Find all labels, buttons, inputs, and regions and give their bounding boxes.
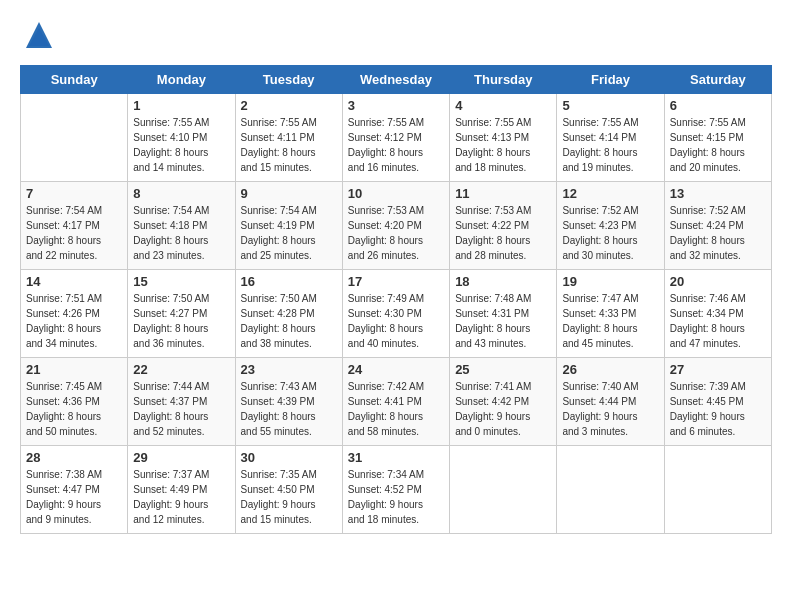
- day-number: 2: [241, 98, 337, 113]
- calendar-cell: 5Sunrise: 7:55 AMSunset: 4:14 PMDaylight…: [557, 94, 664, 182]
- day-header-wednesday: Wednesday: [342, 66, 449, 94]
- calendar-cell: 21Sunrise: 7:45 AMSunset: 4:36 PMDayligh…: [21, 358, 128, 446]
- day-info: Sunrise: 7:34 AMSunset: 4:52 PMDaylight:…: [348, 467, 444, 527]
- calendar-cell: [21, 94, 128, 182]
- day-number: 1: [133, 98, 229, 113]
- calendar-cell: 31Sunrise: 7:34 AMSunset: 4:52 PMDayligh…: [342, 446, 449, 534]
- day-info: Sunrise: 7:52 AMSunset: 4:24 PMDaylight:…: [670, 203, 766, 263]
- day-info: Sunrise: 7:46 AMSunset: 4:34 PMDaylight:…: [670, 291, 766, 351]
- calendar-cell: 12Sunrise: 7:52 AMSunset: 4:23 PMDayligh…: [557, 182, 664, 270]
- day-header-thursday: Thursday: [450, 66, 557, 94]
- day-info: Sunrise: 7:39 AMSunset: 4:45 PMDaylight:…: [670, 379, 766, 439]
- calendar-cell: [450, 446, 557, 534]
- day-header-monday: Monday: [128, 66, 235, 94]
- day-number: 6: [670, 98, 766, 113]
- day-info: Sunrise: 7:55 AMSunset: 4:12 PMDaylight:…: [348, 115, 444, 175]
- day-number: 3: [348, 98, 444, 113]
- day-number: 29: [133, 450, 229, 465]
- calendar-cell: 11Sunrise: 7:53 AMSunset: 4:22 PMDayligh…: [450, 182, 557, 270]
- day-info: Sunrise: 7:54 AMSunset: 4:18 PMDaylight:…: [133, 203, 229, 263]
- day-info: Sunrise: 7:50 AMSunset: 4:28 PMDaylight:…: [241, 291, 337, 351]
- day-number: 25: [455, 362, 551, 377]
- calendar-cell: 17Sunrise: 7:49 AMSunset: 4:30 PMDayligh…: [342, 270, 449, 358]
- day-number: 11: [455, 186, 551, 201]
- calendar-table: SundayMondayTuesdayWednesdayThursdayFrid…: [20, 65, 772, 534]
- day-info: Sunrise: 7:45 AMSunset: 4:36 PMDaylight:…: [26, 379, 122, 439]
- logo-icon: [24, 20, 54, 50]
- day-header-saturday: Saturday: [664, 66, 771, 94]
- calendar-cell: [664, 446, 771, 534]
- day-number: 18: [455, 274, 551, 289]
- calendar-cell: 29Sunrise: 7:37 AMSunset: 4:49 PMDayligh…: [128, 446, 235, 534]
- day-number: 17: [348, 274, 444, 289]
- calendar-cell: 2Sunrise: 7:55 AMSunset: 4:11 PMDaylight…: [235, 94, 342, 182]
- calendar-cell: 26Sunrise: 7:40 AMSunset: 4:44 PMDayligh…: [557, 358, 664, 446]
- day-info: Sunrise: 7:55 AMSunset: 4:13 PMDaylight:…: [455, 115, 551, 175]
- day-number: 14: [26, 274, 122, 289]
- calendar-cell: 23Sunrise: 7:43 AMSunset: 4:39 PMDayligh…: [235, 358, 342, 446]
- calendar-cell: 16Sunrise: 7:50 AMSunset: 4:28 PMDayligh…: [235, 270, 342, 358]
- day-number: 26: [562, 362, 658, 377]
- day-info: Sunrise: 7:47 AMSunset: 4:33 PMDaylight:…: [562, 291, 658, 351]
- day-info: Sunrise: 7:43 AMSunset: 4:39 PMDaylight:…: [241, 379, 337, 439]
- calendar-cell: 30Sunrise: 7:35 AMSunset: 4:50 PMDayligh…: [235, 446, 342, 534]
- day-info: Sunrise: 7:53 AMSunset: 4:20 PMDaylight:…: [348, 203, 444, 263]
- calendar-cell: 20Sunrise: 7:46 AMSunset: 4:34 PMDayligh…: [664, 270, 771, 358]
- day-number: 7: [26, 186, 122, 201]
- day-number: 27: [670, 362, 766, 377]
- day-info: Sunrise: 7:50 AMSunset: 4:27 PMDaylight:…: [133, 291, 229, 351]
- day-number: 15: [133, 274, 229, 289]
- day-number: 22: [133, 362, 229, 377]
- calendar-cell: 18Sunrise: 7:48 AMSunset: 4:31 PMDayligh…: [450, 270, 557, 358]
- calendar-cell: 15Sunrise: 7:50 AMSunset: 4:27 PMDayligh…: [128, 270, 235, 358]
- calendar-cell: 10Sunrise: 7:53 AMSunset: 4:20 PMDayligh…: [342, 182, 449, 270]
- day-number: 30: [241, 450, 337, 465]
- day-info: Sunrise: 7:55 AMSunset: 4:15 PMDaylight:…: [670, 115, 766, 175]
- day-number: 21: [26, 362, 122, 377]
- calendar-cell: 9Sunrise: 7:54 AMSunset: 4:19 PMDaylight…: [235, 182, 342, 270]
- calendar-cell: 28Sunrise: 7:38 AMSunset: 4:47 PMDayligh…: [21, 446, 128, 534]
- day-number: 16: [241, 274, 337, 289]
- day-info: Sunrise: 7:48 AMSunset: 4:31 PMDaylight:…: [455, 291, 551, 351]
- day-info: Sunrise: 7:55 AMSunset: 4:11 PMDaylight:…: [241, 115, 337, 175]
- logo: [20, 20, 54, 55]
- day-info: Sunrise: 7:49 AMSunset: 4:30 PMDaylight:…: [348, 291, 444, 351]
- day-number: 13: [670, 186, 766, 201]
- day-info: Sunrise: 7:54 AMSunset: 4:19 PMDaylight:…: [241, 203, 337, 263]
- day-info: Sunrise: 7:52 AMSunset: 4:23 PMDaylight:…: [562, 203, 658, 263]
- day-number: 20: [670, 274, 766, 289]
- day-number: 5: [562, 98, 658, 113]
- day-info: Sunrise: 7:51 AMSunset: 4:26 PMDaylight:…: [26, 291, 122, 351]
- day-number: 24: [348, 362, 444, 377]
- day-info: Sunrise: 7:40 AMSunset: 4:44 PMDaylight:…: [562, 379, 658, 439]
- day-number: 31: [348, 450, 444, 465]
- calendar-cell: 13Sunrise: 7:52 AMSunset: 4:24 PMDayligh…: [664, 182, 771, 270]
- calendar-cell: 24Sunrise: 7:42 AMSunset: 4:41 PMDayligh…: [342, 358, 449, 446]
- day-header-tuesday: Tuesday: [235, 66, 342, 94]
- day-number: 23: [241, 362, 337, 377]
- day-info: Sunrise: 7:41 AMSunset: 4:42 PMDaylight:…: [455, 379, 551, 439]
- day-header-sunday: Sunday: [21, 66, 128, 94]
- calendar-cell: 25Sunrise: 7:41 AMSunset: 4:42 PMDayligh…: [450, 358, 557, 446]
- day-number: 4: [455, 98, 551, 113]
- day-number: 8: [133, 186, 229, 201]
- calendar-cell: 27Sunrise: 7:39 AMSunset: 4:45 PMDayligh…: [664, 358, 771, 446]
- calendar-cell: 22Sunrise: 7:44 AMSunset: 4:37 PMDayligh…: [128, 358, 235, 446]
- calendar-cell: 4Sunrise: 7:55 AMSunset: 4:13 PMDaylight…: [450, 94, 557, 182]
- day-number: 9: [241, 186, 337, 201]
- day-info: Sunrise: 7:38 AMSunset: 4:47 PMDaylight:…: [26, 467, 122, 527]
- day-header-friday: Friday: [557, 66, 664, 94]
- calendar-cell: 1Sunrise: 7:55 AMSunset: 4:10 PMDaylight…: [128, 94, 235, 182]
- calendar-cell: 7Sunrise: 7:54 AMSunset: 4:17 PMDaylight…: [21, 182, 128, 270]
- day-number: 10: [348, 186, 444, 201]
- day-number: 28: [26, 450, 122, 465]
- calendar-cell: 3Sunrise: 7:55 AMSunset: 4:12 PMDaylight…: [342, 94, 449, 182]
- calendar-cell: 8Sunrise: 7:54 AMSunset: 4:18 PMDaylight…: [128, 182, 235, 270]
- day-info: Sunrise: 7:42 AMSunset: 4:41 PMDaylight:…: [348, 379, 444, 439]
- calendar-cell: 14Sunrise: 7:51 AMSunset: 4:26 PMDayligh…: [21, 270, 128, 358]
- day-info: Sunrise: 7:55 AMSunset: 4:10 PMDaylight:…: [133, 115, 229, 175]
- calendar-cell: 19Sunrise: 7:47 AMSunset: 4:33 PMDayligh…: [557, 270, 664, 358]
- day-number: 12: [562, 186, 658, 201]
- day-info: Sunrise: 7:53 AMSunset: 4:22 PMDaylight:…: [455, 203, 551, 263]
- day-info: Sunrise: 7:35 AMSunset: 4:50 PMDaylight:…: [241, 467, 337, 527]
